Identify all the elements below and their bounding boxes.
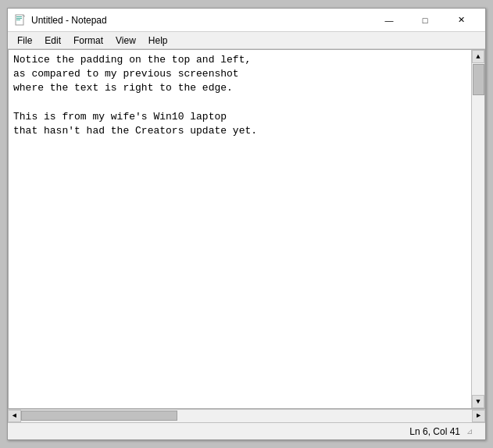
menu-help[interactable]: Help — [142, 34, 174, 48]
minimize-button[interactable]: — — [371, 9, 407, 32]
menu-view[interactable]: View — [109, 34, 142, 48]
scroll-track-v[interactable] — [472, 63, 484, 395]
scroll-thumb-v[interactable] — [473, 64, 484, 95]
title-bar: Untitled - Notepad — □ ✕ — [8, 9, 485, 32]
svg-rect-2 — [16, 18, 22, 19]
svg-marker-4 — [23, 15, 25, 16]
menu-edit[interactable]: Edit — [38, 34, 67, 48]
close-button[interactable]: ✕ — [443, 9, 479, 32]
scroll-right-button[interactable]: ► — [472, 410, 485, 422]
window-title: Untitled - Notepad — [31, 15, 371, 26]
status-bar: Ln 6, Col 41 ⊿ — [8, 422, 485, 439]
text-editor[interactable]: Notice the padding on the top and left, … — [9, 50, 471, 408]
menu-bar: File Edit Format View Help — [8, 32, 485, 49]
scroll-track-h[interactable] — [21, 410, 472, 422]
svg-rect-3 — [16, 20, 20, 20]
scroll-left-button[interactable]: ◄ — [8, 410, 21, 422]
menu-format[interactable]: Format — [67, 34, 109, 48]
maximize-button[interactable]: □ — [407, 9, 443, 32]
app-icon — [14, 14, 27, 27]
svg-rect-1 — [16, 16, 22, 17]
window-controls: — □ ✕ — [371, 9, 479, 32]
vertical-scrollbar[interactable]: ▲ ▼ — [471, 50, 484, 408]
scroll-up-button[interactable]: ▲ — [472, 50, 484, 63]
bottom-area: ◄ ► Ln 6, Col 41 ⊿ — [8, 409, 485, 439]
scroll-down-button[interactable]: ▼ — [472, 395, 484, 408]
resize-grip: ⊿ — [466, 427, 476, 436]
editor-area: Notice the padding on the top and left, … — [8, 49, 485, 409]
notepad-window: Untitled - Notepad — □ ✕ File Edit Forma… — [7, 8, 486, 440]
horizontal-scrollbar[interactable]: ◄ ► — [8, 409, 485, 422]
cursor-position: Ln 6, Col 41 — [409, 426, 460, 437]
menu-file[interactable]: File — [11, 34, 38, 48]
scroll-thumb-h[interactable] — [21, 411, 177, 421]
